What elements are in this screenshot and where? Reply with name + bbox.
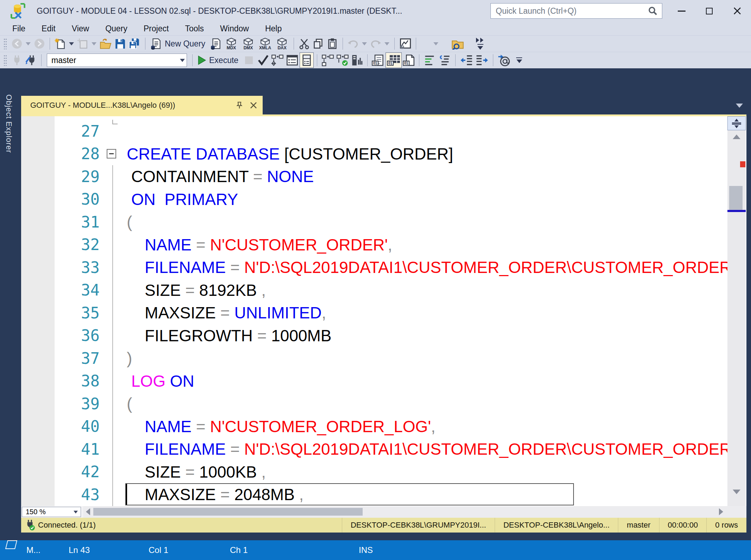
paste-button[interactable] xyxy=(325,36,339,51)
fold-margin[interactable] xyxy=(100,143,127,166)
code-line-42[interactable]: 42 SIZE = 1000KB , xyxy=(21,461,746,484)
close-button[interactable] xyxy=(723,0,751,22)
intellisense-enabled-button[interactable] xyxy=(300,52,314,68)
code-line-28[interactable]: 28CREATE DATABASE [CUSTOMER_ORDER] xyxy=(21,143,746,166)
live-query-statistics-button[interactable] xyxy=(335,52,350,68)
comment-lines-button[interactable] xyxy=(423,52,437,68)
scroll-up-arrow[interactable] xyxy=(733,135,740,139)
pin-tab-button[interactable] xyxy=(232,98,246,112)
database-combobox[interactable]: master xyxy=(47,54,187,67)
status-column-number[interactable]: Col 1 xyxy=(149,540,168,560)
results-to-grid-button[interactable]: 01 xyxy=(386,52,402,68)
menu-item-tools[interactable]: Tools xyxy=(177,22,212,35)
scroll-left-arrow[interactable] xyxy=(86,508,90,515)
template-parameters-button[interactable] xyxy=(496,52,512,68)
new-file-caret[interactable] xyxy=(69,42,74,45)
redo-button[interactable] xyxy=(369,36,383,51)
new-query-button[interactable]: New Query xyxy=(149,36,209,51)
scroll-down-arrow[interactable] xyxy=(733,490,740,494)
status-line-number[interactable]: Ln 43 xyxy=(69,540,90,560)
undo-button[interactable] xyxy=(346,36,360,51)
results-to-text-button[interactable]: 01 xyxy=(371,52,386,68)
code-line-37[interactable]: 37) xyxy=(21,347,746,370)
increase-indent-button[interactable] xyxy=(474,52,490,68)
connect-button[interactable] xyxy=(10,52,24,68)
minimize-button[interactable] xyxy=(668,0,695,22)
toolbar2-overflow-button[interactable] xyxy=(516,57,522,63)
collapse-region-icon[interactable] xyxy=(107,149,116,158)
code-line-39[interactable]: 39( xyxy=(21,392,746,415)
client-statistics-button[interactable] xyxy=(350,52,364,68)
code-line-27[interactable]: 27 xyxy=(21,120,746,143)
code-line-29[interactable]: 29 CONTAINMENT = NONE xyxy=(21,165,746,188)
decrease-indent-button[interactable] xyxy=(459,52,474,68)
open-file-button[interactable] xyxy=(98,36,113,51)
object-explorer-side-tab[interactable]: Object Explorer xyxy=(4,94,13,153)
menu-item-window[interactable]: Window xyxy=(212,22,257,35)
new-query-doc-button[interactable] xyxy=(209,36,223,51)
menu-item-query[interactable]: Query xyxy=(97,22,136,35)
new-project-button[interactable] xyxy=(76,36,90,51)
display-estimated-plan-button[interactable] xyxy=(270,52,285,68)
save-all-button[interactable] xyxy=(127,36,142,51)
toolbar1-overflow-button[interactable] xyxy=(476,38,484,50)
redo-history-caret[interactable] xyxy=(384,42,389,45)
toolbar-grip[interactable] xyxy=(4,38,7,49)
copy-button[interactable] xyxy=(311,36,325,51)
new-dmx-query-button[interactable]: DMX xyxy=(240,36,257,51)
new-mdx-query-button[interactable]: MDX xyxy=(223,36,240,51)
collapsed-combo-caret[interactable] xyxy=(433,42,438,45)
change-connection-button[interactable] xyxy=(24,52,38,68)
execute-button[interactable]: Execute xyxy=(196,52,242,68)
code-line-36[interactable]: 36 FILEGROWTH = 1000MB xyxy=(21,324,746,347)
code-text: NAME = N'CUSTOMER_ORDER', xyxy=(127,235,392,254)
close-tab-button[interactable] xyxy=(246,98,261,112)
parse-button[interactable] xyxy=(256,52,270,68)
status-insert-mode[interactable]: INS xyxy=(359,540,373,560)
code-line-31[interactable]: 31( xyxy=(21,211,746,234)
tab-list-caret[interactable] xyxy=(736,104,743,108)
menu-item-file[interactable]: File xyxy=(4,22,33,35)
maximize-button[interactable] xyxy=(695,0,723,22)
query-options-button[interactable] xyxy=(285,52,300,68)
menu-item-edit[interactable]: Edit xyxy=(33,22,64,35)
uncomment-lines-button[interactable] xyxy=(437,52,452,68)
code-line-40[interactable]: 40 NAME = N'CUSTOMER_ORDER_LOG', xyxy=(21,415,746,438)
new-project-caret[interactable] xyxy=(92,42,96,45)
cancel-query-button[interactable] xyxy=(242,52,256,68)
menu-item-view[interactable]: View xyxy=(64,22,97,35)
navigate-forward-button[interactable] xyxy=(32,36,46,51)
menu-item-help[interactable]: Help xyxy=(257,22,290,35)
toolbar-grip[interactable] xyxy=(4,55,7,66)
vertical-scroll-thumb[interactable] xyxy=(729,186,743,211)
new-file-button[interactable] xyxy=(53,36,67,51)
new-xmla-query-button[interactable]: XMLA xyxy=(257,36,274,51)
undo-history-caret[interactable] xyxy=(362,42,367,45)
document-tab[interactable]: GOITGUY - MODULE...K38L\Angelo (69)) xyxy=(21,96,263,114)
split-window-handle[interactable] xyxy=(727,116,746,130)
save-button[interactable] xyxy=(113,36,127,51)
menu-item-project[interactable]: Project xyxy=(136,22,177,35)
quick-launch-search[interactable]: Quick Launch (Ctrl+Q) xyxy=(490,3,662,19)
horizontal-scroll-thumb[interactable] xyxy=(93,508,363,516)
code-line-32[interactable]: 32 NAME = N'CUSTOMER_ORDER', xyxy=(21,234,746,256)
navigate-backward-button[interactable] xyxy=(10,36,24,51)
zoom-combobox[interactable]: 150 % xyxy=(22,507,81,517)
cut-button[interactable] xyxy=(297,36,311,51)
code-line-30[interactable]: 30 ON PRIMARY xyxy=(21,188,746,211)
back-history-caret[interactable] xyxy=(26,42,31,45)
code-line-41[interactable]: 41 FILENAME = N'D:\SQL2019DATAI1\CUSTOME… xyxy=(21,438,746,461)
code-line-33[interactable]: 33 FILENAME = N'D:\SQL2019DATAI1\CUSTOME… xyxy=(21,256,746,279)
code-line-38[interactable]: 38 LOG ON xyxy=(21,370,746,393)
code-editor[interactable]: 2728CREATE DATABASE [CUSTOMER_ORDER]29 C… xyxy=(21,116,746,518)
code-line-35[interactable]: 35 MAXSIZE = UNLIMITED, xyxy=(21,301,746,324)
scroll-right-arrow[interactable] xyxy=(719,508,723,515)
include-actual-plan-button[interactable] xyxy=(320,52,335,68)
vertical-scrollbar[interactable] xyxy=(727,116,746,506)
results-to-file-button[interactable]: 01 xyxy=(402,52,416,68)
activity-monitor-button[interactable] xyxy=(398,36,413,51)
status-character-number[interactable]: Ch 1 xyxy=(230,540,248,560)
code-line-34[interactable]: 34 SIZE = 8192KB , xyxy=(21,279,746,302)
find-in-files-button[interactable] xyxy=(450,36,465,51)
new-dax-query-button[interactable]: DAX xyxy=(274,36,290,51)
